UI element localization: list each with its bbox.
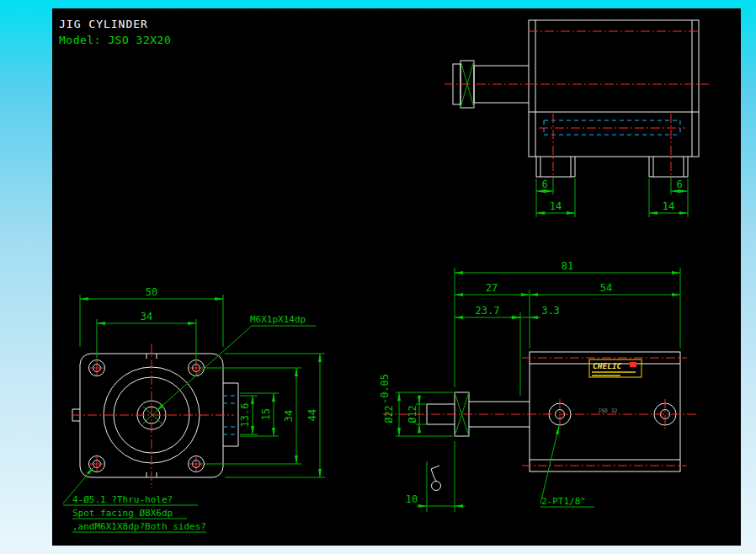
dim-port-span-13-6: 13.6 xyxy=(239,403,251,428)
dim-port-span-15: 15 xyxy=(260,408,272,420)
brand-logo-text: CHELIC xyxy=(593,361,622,370)
dim-total-length: 81 xyxy=(562,260,573,272)
cad-drawing-area[interactable] xyxy=(52,8,741,546)
port-spec-label: 2-PT1/8" xyxy=(541,496,586,507)
dim-3-3: 3.3 xyxy=(541,305,560,317)
dim-foot-width-right: 14 xyxy=(663,200,674,212)
dim-bolt-spacing-h: 34 xyxy=(141,311,152,322)
dim-bolt-spacing-v: 34 xyxy=(283,410,295,422)
dim-rod-side-length: 27 xyxy=(486,282,498,294)
dim-foot-offset-right: 6 xyxy=(676,178,682,190)
dim-collar-diameter: Ø22 xyxy=(383,405,395,423)
dim-rod-diameter: Ø12 xyxy=(407,405,418,423)
dim-body-height: 44 xyxy=(306,409,318,421)
body-engraving: JSO 32 xyxy=(598,408,618,414)
drawing-model: Model: JSO 32X20 xyxy=(59,34,171,46)
dim-foot-width-left: 14 xyxy=(550,200,562,212)
logo-fine-print xyxy=(592,375,620,376)
dim-stub-length: 10 xyxy=(406,493,418,505)
drawing-title: JIG CYLINDER xyxy=(59,18,148,30)
dim-body-length: 54 xyxy=(600,282,612,294)
dim-collar-tolerance: -0.05 xyxy=(379,374,391,404)
note-both-sides: ,andM6X1X8dp?Both sides? xyxy=(72,521,206,532)
logo-fine-print xyxy=(592,371,636,373)
logo-red-mark xyxy=(630,362,636,367)
dim-body-width: 50 xyxy=(146,286,157,298)
dim-foot-offset-left: 6 xyxy=(541,178,547,190)
dim-23-7: 23.7 xyxy=(476,305,500,317)
note-thru-hole: 4-Ø5.1 ?Thru-hole? xyxy=(72,494,173,505)
desktop-background: JIG CYLINDER Model: JSO 32X20 xyxy=(0,0,756,554)
thread-spec-label: M6X1pX14dp xyxy=(250,314,306,325)
note-spot-facing: Spot facing Ø8X6dp xyxy=(72,508,173,519)
cad-viewport: JIG CYLINDER Model: JSO 32X20 xyxy=(0,0,756,554)
